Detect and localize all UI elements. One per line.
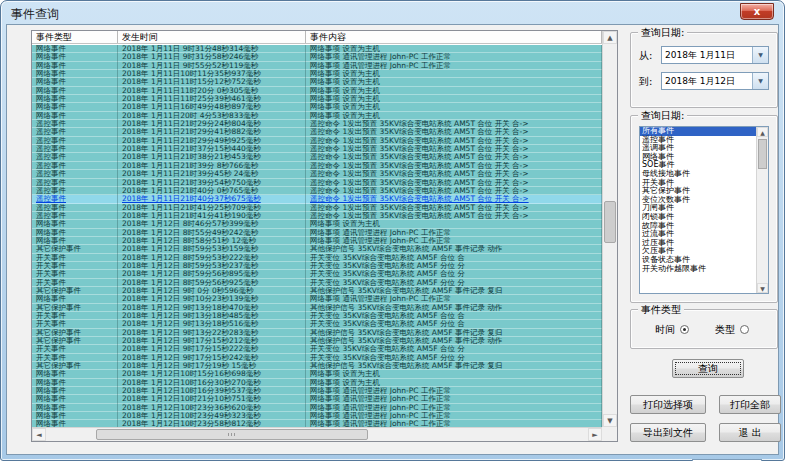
table-row[interactable]: 遥控事件2018年 1月11日21时39分 8秒766毫秒遥控命令 1发出预置 …: [32, 162, 602, 170]
from-date-combobox[interactable]: 2018年 1月11日 ▼: [661, 46, 769, 64]
table-row[interactable]: 遥控事件2018年 1月11日21时41分41秒190毫秒遥控命令 1发出预置 …: [32, 212, 602, 220]
table-row[interactable]: 遥控事件2018年 1月11日21时39分54秒750毫秒遥控命令 1发出预置 …: [32, 179, 602, 187]
cell-type: 遥控事件: [32, 153, 118, 161]
print-selected-button[interactable]: 打印选择项: [630, 395, 706, 414]
table-row[interactable]: 遥控事件2018年 1月11日21时37分15秒440毫秒遥控命令 1发出预置 …: [32, 145, 602, 153]
export-to-file-button[interactable]: 导出到文件: [630, 423, 706, 442]
table-row[interactable]: 其它保护事件2018年 1月12日 9时13分22秒283毫秒其他保护信号 35…: [32, 329, 602, 337]
scroll-up-icon[interactable]: ▲: [603, 31, 617, 44]
table-row[interactable]: 其它保护事件2018年 1月12日 9时17分15秒212毫秒其他保护信号 35…: [32, 337, 602, 345]
cell-content: 网络事项 设置为主机: [306, 78, 602, 86]
listbox-scrollbar-thumb[interactable]: [758, 139, 767, 169]
scroll-down-icon[interactable]: ▼: [757, 283, 768, 293]
table-row[interactable]: 网络事件2018年 1月11日11时15分12秒752毫秒网络事项 设置为主机: [32, 78, 602, 86]
table-row[interactable]: 网络事件2018年 1月12日 8时55分49秒242毫秒网络事项 通讯管理进程…: [32, 229, 602, 237]
table-row[interactable]: 网络事件2018年 1月12日 8时46分57秒399毫秒网络事项 设置为主机: [32, 220, 602, 228]
horizontal-scrollbar[interactable]: ◄ ►: [32, 427, 602, 441]
exit-button[interactable]: 退 出: [719, 423, 781, 442]
table-row[interactable]: 网络事件2018年 1月12日10时16分39秒537毫秒网络事项 通讯管理进程…: [32, 387, 602, 395]
table-row[interactable]: 网络事件2018年 1月11日 9时31分58秒246毫秒网络事项 通讯管理进程…: [32, 53, 602, 61]
scroll-down-icon[interactable]: ▼: [603, 414, 617, 427]
table-row[interactable]: 遥控事件2018年 1月11日21时29分49秒925毫秒遥控命令 1发出预置 …: [32, 137, 602, 145]
cell-content: 其他保护信号 35KV综合变电站系统 AM5F 事件记录 复归: [306, 287, 602, 295]
cell-content: 其他保护信号 35KV综合变电站系统 AM5F 事件记录 复归: [306, 362, 602, 370]
radio-selected-icon[interactable]: [680, 325, 689, 334]
table-row[interactable]: 网络事件2018年 1月12日10时23分36秒620毫秒网络事项 通讯管理进程…: [32, 404, 602, 412]
scroll-right-icon[interactable]: ►: [588, 428, 602, 441]
table-row[interactable]: 开关事件2018年 1月12日 9时13分18秒516毫秒开关变位 35KV综合…: [32, 320, 602, 328]
table-row[interactable]: 网络事件2018年 1月11日11时20分 0秒305毫秒网络事项 设置为主机: [32, 87, 602, 95]
table-row[interactable]: 开关事件2018年 1月12日 8时59分53秒222毫秒开关变位 35KV综合…: [32, 254, 602, 262]
cell-type: 网络事件: [32, 70, 118, 78]
table-row[interactable]: 网络事件2018年 1月11日10时11分35秒937毫秒网络事项 设置为主机: [32, 70, 602, 78]
cell-content: 开关变位 35KV综合变电站系统 AM5F 合位 合: [306, 254, 602, 262]
horizontal-scrollbar-thumb[interactable]: [96, 429, 368, 440]
table-row[interactable]: 其它保护事件2018年 1月12日 9时17分19秒 15毫秒其他保护信号 35…: [32, 362, 602, 370]
vertical-scrollbar[interactable]: ▲ ▼: [602, 31, 617, 427]
table-row[interactable]: 网络事件2018年 1月12日10时21分10秒751毫秒网络事项 通讯管理进程…: [32, 395, 602, 403]
close-icon: x: [754, 6, 760, 17]
chevron-down-icon[interactable]: ▼: [752, 73, 768, 89]
table-row[interactable]: 遥控事件2018年 1月11日21时40分 0秒765毫秒遥控命令 1发出预置 …: [32, 187, 602, 195]
table-row[interactable]: 开关事件2018年 1月12日 9时13分18秒485毫秒开关变位 35KV综合…: [32, 312, 602, 320]
table-row[interactable]: 开关事件2018年 1月12日 8时59分53秒237毫秒开关变位 35KV综合…: [32, 262, 602, 270]
table-row[interactable]: 遥控事件2018年 1月11日21时38分21秒453毫秒遥控命令 1发出预置 …: [32, 153, 602, 161]
header-event-type[interactable]: 事件类型: [32, 31, 118, 43]
scroll-up-icon[interactable]: ▲: [757, 127, 768, 137]
table-row[interactable]: 网络事件2018年 1月12日10时15分16秒698毫秒网络事项 设置为主机: [32, 370, 602, 378]
vertical-scrollbar-thumb[interactable]: [604, 201, 616, 243]
cell-type: 遥控事件: [32, 145, 118, 153]
scroll-left-icon[interactable]: ◄: [32, 428, 46, 441]
cell-time: 2018年 1月12日 9时13分22秒283毫秒: [118, 329, 306, 337]
cell-type: 其它保护事件: [32, 245, 118, 253]
table-row[interactable]: 网络事件2018年 1月11日 9时31分48秒314毫秒网络事项 设置为主机: [32, 45, 602, 53]
query-button-label: 查询: [698, 363, 718, 374]
table-row[interactable]: 遥控事件2018年 1月11日21时41分25秒709毫秒遥控命令 1发出预置 …: [32, 204, 602, 212]
table-row[interactable]: 开关事件2018年 1月12日 8时59分56秒925毫秒开关变位 35KV综合…: [32, 279, 602, 287]
table-row[interactable]: 开关事件2018年 1月12日 9时17分15秒242毫秒开关变位 35KV综合…: [32, 354, 602, 362]
table-row[interactable]: 遥控事件2018年 1月11日21时29分41秒882毫秒遥控命令 1发出预置 …: [32, 128, 602, 136]
table-row[interactable]: 网络事件2018年 1月12日10时23分49秒323毫秒网络事项 通讯管理进程…: [32, 412, 602, 420]
header-event-content[interactable]: 事件内容: [306, 31, 602, 43]
table-row[interactable]: 网络事件2018年 1月11日11时25分39秒461毫秒网络事项 设置为主机: [32, 95, 602, 103]
cell-time: 2018年 1月12日 9时 0分 0秒596毫秒: [118, 287, 306, 295]
cell-type: 遥控事件: [32, 195, 118, 203]
table-row[interactable]: 网络事件2018年 1月12日 8时58分51秒 12毫秒网络事项 通讯管理进程…: [32, 237, 602, 245]
cell-time: 2018年 1月11日21时37分15秒440毫秒: [118, 145, 306, 153]
cell-type: 开关事件: [32, 320, 118, 328]
cell-content: 遥控命令 1发出预置 35KV综合变电站系统 AM5T 合位 开关 合->: [306, 162, 602, 170]
table-row[interactable]: 遥控事件2018年 1月11日21时40分37秒675毫秒遥控命令 1发出预置 …: [32, 195, 602, 203]
radio-type[interactable]: 类型: [715, 323, 749, 337]
radio-type-label: 类型: [715, 324, 735, 335]
cell-type: 网络事件: [32, 45, 118, 53]
table-row[interactable]: 其它保护事件2018年 1月12日 9时13分18秒470毫秒其他保护信号 35…: [32, 304, 602, 312]
print-all-button[interactable]: 打印全部: [719, 395, 781, 414]
close-button[interactable]: x: [740, 3, 774, 20]
table-row[interactable]: 网络事件2018年 1月11日 9时55分52秒119毫秒网络事项 通讯管理进程…: [32, 62, 602, 70]
header-event-time[interactable]: 发生时间: [118, 31, 306, 43]
cell-type: 其它保护事件: [32, 304, 118, 312]
table-row[interactable]: 网络事件2018年 1月12日10时16分30秒270毫秒网络事项 设置为主机: [32, 379, 602, 387]
radio-time[interactable]: 时间: [655, 323, 689, 337]
table-row[interactable]: 网络事件2018年 1月11日16时49分48秒897毫秒网络事项 设置为主机: [32, 103, 602, 111]
chevron-down-icon[interactable]: ▼: [752, 47, 768, 63]
table-row[interactable]: 其它保护事件2018年 1月12日 8时59分53秒159毫秒其他保护信号 35…: [32, 245, 602, 253]
title-bar: 事件查询 x: [3, 3, 782, 23]
cell-content: 开关变位 35KV综合变电站系统 AM5F 分位 分: [306, 262, 602, 270]
table-row[interactable]: 遥控事件2018年 1月11日21时29分24秒804毫秒遥控命令 1发出预置 …: [32, 120, 602, 128]
table-row[interactable]: 其它保护事件2018年 1月12日 9时 0分 0秒596毫秒其他保护信号 35…: [32, 287, 602, 295]
cell-type: 网络事件: [32, 87, 118, 95]
cell-time: 2018年 1月11日21时39分 8秒766毫秒: [118, 162, 306, 170]
table-row[interactable]: 开关事件2018年 1月12日 9时17分15秒222毫秒开关变位 35KV综合…: [32, 345, 602, 353]
to-date-combobox[interactable]: 2018年 1月12日 ▼: [661, 72, 769, 90]
query-button[interactable]: 查询: [672, 359, 744, 378]
event-type-listbox[interactable]: 所有事件遥控事件遥调事件网络事件SOE事件母线接地事件开关事件其它保护事件变位次…: [639, 126, 769, 294]
table-row[interactable]: 网络事件2018年 1月12日 9时10分23秒139毫秒网络事项 通讯管理进程…: [32, 295, 602, 303]
table-row[interactable]: 开关事件2018年 1月12日 8时59分56秒895毫秒开关变位 35KV综合…: [32, 270, 602, 278]
listbox-option[interactable]: 开关动作越限事件: [640, 265, 768, 274]
table-row[interactable]: 网络事件2018年 1月11日20时 4分53秒833毫秒网络事项 设置为主机: [32, 112, 602, 120]
table-row[interactable]: 遥控事件2018年 1月11日21时39分45秒 24毫秒遥控命令 1发出预置 …: [32, 170, 602, 178]
listbox-scrollbar[interactable]: ▲ ▼: [756, 127, 768, 293]
cell-content: 遥控命令 1发出预置 35KV综合变电站系统 AM5T 合位 开关 合->: [306, 137, 602, 145]
radio-unselected-icon[interactable]: [740, 325, 749, 334]
